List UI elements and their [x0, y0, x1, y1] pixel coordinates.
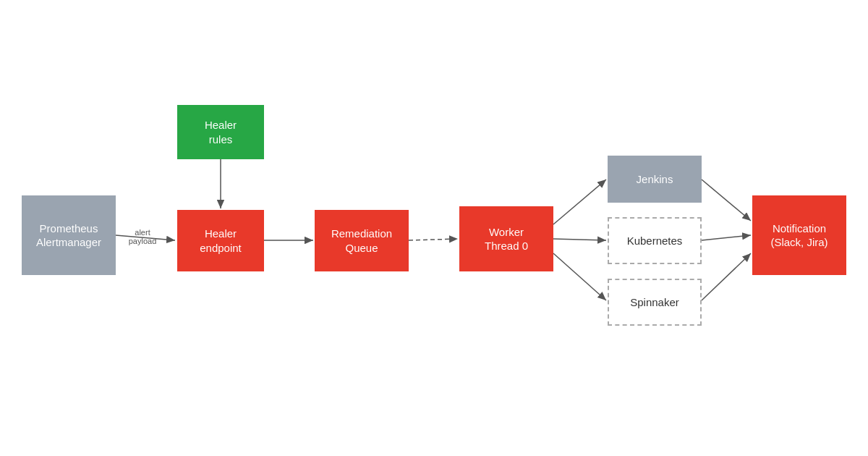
healer-rules-node: Healerrules — [177, 105, 264, 159]
svg-line-8 — [553, 253, 606, 300]
spinnaker-node: Spinnaker — [608, 279, 702, 326]
svg-line-9 — [702, 180, 751, 221]
remediation-queue-node: RemediationQueue — [315, 210, 409, 271]
svg-line-7 — [553, 239, 606, 240]
alert-payload-label: alertpayload — [117, 228, 168, 245]
jenkins-node: Jenkins — [608, 156, 702, 203]
kubernetes-node: Kubernetes — [608, 217, 702, 264]
prometheus-node: PrometheusAlertmanager — [22, 195, 116, 275]
svg-line-10 — [702, 235, 751, 240]
svg-line-11 — [702, 253, 751, 300]
svg-line-5 — [409, 239, 458, 240]
worker-thread-node: WorkerThread 0 — [459, 206, 553, 271]
healer-endpoint-node: Healerendpoint — [177, 210, 264, 271]
diagram: PrometheusAlertmanager Healerrules Heale… — [0, 0, 868, 456]
notification-node: Notification(Slack, Jira) — [752, 195, 846, 275]
svg-line-6 — [553, 180, 606, 224]
